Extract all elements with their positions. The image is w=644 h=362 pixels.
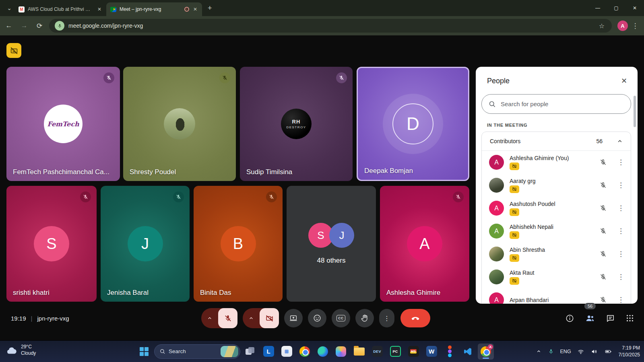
participant-row[interactable]: A Abhishekh Nepali ⋮	[482, 220, 631, 243]
participant-name: Shresty Poudel	[130, 168, 176, 176]
taskbar-app-msdos[interactable]: MS	[405, 343, 421, 360]
chat-button[interactable]	[606, 314, 615, 323]
camera-options-chevron-icon[interactable]	[243, 315, 260, 321]
more-options-icon[interactable]: ⋮	[617, 181, 624, 189]
panel-scrollbar[interactable]	[634, 96, 636, 127]
browser-profile-avatar[interactable]: A	[617, 21, 628, 31]
video-tile-sudip[interactable]: RH DESTROY Sudip Timilsina	[240, 67, 353, 181]
video-tile-femtech[interactable]: FemTech FemTech Pashchimanchal Ca...	[6, 67, 120, 181]
participant-row[interactable]: A Arpan Bhandari ⋮	[482, 288, 631, 304]
mic-off-icon[interactable]	[599, 296, 607, 304]
video-tile-binita[interactable]: B Binita Das	[194, 186, 283, 302]
camera-off-button[interactable]	[260, 308, 279, 328]
more-options-icon[interactable]: ⋮	[617, 250, 624, 258]
more-options-icon[interactable]: ⋮	[617, 296, 624, 304]
video-tile-ashlesha[interactable]: A Ashlesha Ghimire	[380, 186, 469, 302]
taskbar-app-explorer[interactable]	[351, 343, 367, 360]
forward-button[interactable]: →	[18, 19, 31, 32]
close-button[interactable]: ✕	[625, 0, 644, 16]
more-options-icon[interactable]: ⋮	[617, 158, 624, 167]
new-tab-button[interactable]: +	[208, 4, 212, 12]
captions-button[interactable]: CC	[332, 309, 350, 327]
taskbar-app-copilot[interactable]	[333, 343, 349, 360]
rh-destroy-logo-avatar: RH DESTROY	[281, 109, 312, 139]
chrome-profile-badge: A	[488, 344, 493, 350]
close-icon[interactable]: ✕	[619, 75, 629, 87]
start-button[interactable]	[136, 343, 152, 360]
more-options-icon[interactable]: ⋮	[617, 273, 624, 281]
meeting-details-button[interactable]	[565, 314, 574, 323]
video-tile-deepak-active[interactable]: D Deepak Bomjan	[357, 67, 469, 181]
people-search-box[interactable]	[481, 94, 631, 114]
activities-grid-button[interactable]	[625, 314, 634, 323]
participant-row[interactable]: A Aashutosh Poudel ⋮	[482, 197, 631, 220]
tab-search-chevron-icon[interactable]: ⌄	[4, 3, 14, 13]
maximize-button[interactable]: ▢	[607, 0, 625, 16]
taskbar-app-word[interactable]: W	[423, 343, 440, 360]
tab-close-icon[interactable]: ✕	[192, 6, 198, 13]
taskbar-app-chrome-active[interactable]: A	[478, 343, 494, 360]
taskbar-app-store[interactable]: ⊞	[279, 343, 295, 360]
taskbar-app-vscode[interactable]	[460, 343, 476, 360]
reactions-button[interactable]	[308, 309, 326, 327]
tray-mic-in-use-icon[interactable]	[548, 348, 554, 355]
more-options-button[interactable]: ⋮	[379, 309, 394, 327]
wifi-icon[interactable]	[577, 348, 584, 355]
present-screen-button[interactable]	[284, 309, 303, 327]
weather-widget[interactable]: 29°C Cloudy	[6, 344, 36, 356]
battery-icon[interactable]	[604, 348, 613, 355]
participant-row[interactable]: Abin Shrestha ⋮	[482, 243, 631, 265]
taskbar-app-pycharm[interactable]: PC	[387, 343, 403, 360]
mic-muted-button[interactable]	[218, 308, 237, 328]
participant-row[interactable]: Aaraty grg ⋮	[482, 174, 631, 197]
task-view-icon	[246, 347, 255, 356]
back-button[interactable]: ←	[2, 19, 15, 32]
keyboard-disabled-badge-icon	[510, 254, 519, 262]
mic-off-icon[interactable]	[599, 158, 607, 166]
taskbar-app-linkedin[interactable]: L	[260, 343, 277, 360]
overflow-tile-48-others[interactable]: S J 48 others	[287, 186, 376, 302]
language-indicator[interactable]: ENG	[560, 349, 571, 354]
taskbar-app-devcpp[interactable]: DEV	[369, 343, 385, 360]
mic-off-icon[interactable]	[599, 250, 607, 258]
mic-off-icon[interactable]	[599, 204, 607, 212]
video-tile-srishti[interactable]: S srishti khatri	[6, 186, 97, 302]
bookmark-star-icon[interactable]: ☆	[599, 22, 605, 30]
task-view-button[interactable]	[242, 343, 258, 360]
tray-time: 7:19 PM	[619, 345, 640, 351]
participant-name: Jenisha Baral	[107, 289, 149, 297]
people-search-input[interactable]	[501, 101, 624, 107]
mic-off-icon[interactable]	[599, 181, 607, 189]
taskbar-app-edge[interactable]	[315, 343, 331, 360]
more-options-icon[interactable]: ⋮	[617, 204, 624, 212]
tab-close-icon[interactable]: ✕	[97, 6, 102, 13]
mic-off-icon[interactable]	[599, 227, 607, 235]
volume-icon[interactable]	[590, 348, 598, 355]
contributors-header[interactable]: Contributors 56	[482, 132, 631, 151]
end-call-button[interactable]	[400, 309, 430, 327]
tray-chevron-up-icon[interactable]	[536, 348, 542, 354]
video-tile-jenisha[interactable]: J Jenisha Baral	[101, 186, 190, 302]
taskbar-search[interactable]: Search	[154, 344, 240, 359]
mic-options-chevron-icon[interactable]	[201, 315, 218, 321]
more-options-icon[interactable]: ⋮	[617, 227, 624, 235]
keyboard-disabled-icon[interactable]	[6, 43, 21, 58]
video-tile-shresty[interactable]: Shresty Poudel	[123, 67, 236, 181]
people-panel-title: People	[487, 77, 619, 85]
mic-off-icon[interactable]	[599, 273, 607, 281]
people-button[interactable]: 56	[585, 313, 595, 323]
address-bar[interactable]: meet.google.com/jpn-ryre-vxg ☆	[49, 19, 612, 33]
taskbar-app-figma[interactable]	[442, 343, 458, 360]
taskbar-app-chrome[interactable]	[297, 343, 313, 360]
tab-aws-cloud-club[interactable]: M AWS Cloud Club at Prithvi Nara ✕	[14, 2, 106, 16]
participant-row[interactable]: Akta Raut ⋮	[482, 265, 631, 288]
chevron-up-icon[interactable]	[616, 138, 623, 145]
raise-hand-button[interactable]	[355, 309, 374, 327]
reload-button[interactable]: ⟳	[33, 19, 46, 32]
participant-row[interactable]: A Ashlesha Ghimire (You) ⋮	[482, 151, 631, 174]
minimize-button[interactable]: —	[588, 0, 607, 16]
tray-clock[interactable]: 7:19 PM 7/10/2025	[619, 345, 640, 358]
site-mic-permission-icon[interactable]	[55, 21, 64, 31]
tab-meet[interactable]: Meet – jpn-ryre-vxg ✕	[106, 2, 202, 16]
browser-menu-icon[interactable]: ⋮	[630, 22, 641, 30]
